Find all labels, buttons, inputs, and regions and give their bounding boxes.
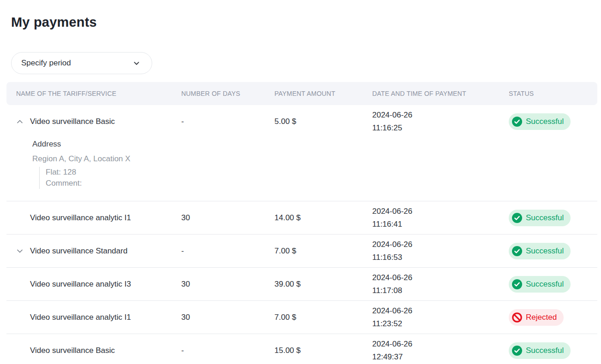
comment-value: Comment: bbox=[46, 178, 597, 189]
my-payments-page: My payments Specify period NAME OF THE T… bbox=[0, 14, 601, 364]
status-badge: Successful bbox=[509, 243, 571, 259]
tariff-name: Video surveillance analytic I1 bbox=[30, 213, 131, 223]
number-of-days: 30 bbox=[181, 213, 274, 223]
payment-date: 2024-06-26 bbox=[372, 238, 509, 251]
status-badge: Successful bbox=[509, 113, 571, 130]
table-row: Video surveillance analytic I1 30 14.00 … bbox=[6, 201, 597, 234]
check-circle-icon bbox=[512, 279, 522, 289]
number-of-days: - bbox=[181, 117, 274, 126]
number-of-days: - bbox=[181, 247, 274, 256]
payment-amount: 5.00 $ bbox=[274, 117, 372, 126]
payment-date: 2024-06-26 bbox=[372, 271, 509, 284]
column-header-name: NAME OF THE TARIFF/SERVICE bbox=[6, 90, 181, 97]
payment-time: 12:49:37 bbox=[372, 351, 509, 364]
check-circle-icon bbox=[512, 117, 522, 127]
payment-amount: 15.00 $ bbox=[274, 346, 372, 355]
row-details: Address Region A, City A, Location X Fla… bbox=[6, 138, 597, 201]
tariff-name: Video surveillance analytic I3 bbox=[30, 280, 131, 289]
tariff-name: Video surveillance Basic bbox=[30, 346, 115, 355]
payment-time: 11:23:52 bbox=[372, 317, 509, 330]
payment-time: 11:17:08 bbox=[372, 284, 509, 297]
payment-time: 11:16:25 bbox=[372, 122, 509, 135]
payment-amount: 7.00 $ bbox=[274, 313, 372, 322]
payment-time: 11:16:41 bbox=[372, 218, 509, 231]
address-sub-details: Flat: 128 Comment: bbox=[39, 167, 597, 189]
chevron-placeholder bbox=[15, 280, 24, 289]
payments-table: NAME OF THE TARIFF/SERVICE NUMBER OF DAY… bbox=[6, 82, 597, 364]
chevron-placeholder bbox=[15, 313, 24, 322]
specify-period-label: Specify period bbox=[21, 59, 131, 68]
chevron-placeholder bbox=[15, 346, 24, 355]
payment-amount: 14.00 $ bbox=[274, 213, 372, 223]
status-badge: Successful bbox=[509, 276, 571, 293]
payment-date: 2024-06-26 bbox=[372, 109, 509, 122]
table-row[interactable]: Video surveillance Basic - 5.00 $ 2024-0… bbox=[6, 105, 597, 201]
table-row: Video surveillance Basic - 15.00 $ 2024-… bbox=[6, 334, 597, 364]
address-label: Address bbox=[32, 140, 597, 149]
column-header-amount: PAYMENT AMOUNT bbox=[274, 90, 372, 97]
tariff-name: Video surveillance Standard bbox=[30, 247, 127, 256]
payment-datetime: 2024-06-26 11:16:53 bbox=[372, 238, 509, 264]
address-value: Region A, City A, Location X bbox=[32, 154, 597, 164]
status-badge: Rejected bbox=[509, 309, 564, 326]
chevron-up-icon[interactable] bbox=[15, 117, 24, 126]
status-label: Successful bbox=[526, 346, 564, 355]
number-of-days: - bbox=[181, 346, 274, 355]
prohibited-icon bbox=[512, 312, 522, 323]
column-header-status: STATUS bbox=[509, 90, 597, 97]
number-of-days: 30 bbox=[181, 313, 274, 322]
status-label: Successful bbox=[526, 213, 564, 223]
payment-amount: 7.00 $ bbox=[274, 247, 372, 256]
payment-datetime: 2024-06-26 11:16:25 bbox=[372, 109, 509, 135]
check-circle-icon bbox=[512, 246, 522, 256]
payment-amount: 39.00 $ bbox=[274, 280, 372, 289]
status-badge: Successful bbox=[509, 210, 571, 226]
status-badge: Successful bbox=[509, 342, 571, 359]
table-row: Video surveillance analytic I1 30 7.00 $… bbox=[6, 300, 597, 334]
tariff-name: Video surveillance analytic I1 bbox=[30, 313, 131, 322]
tariff-name: Video surveillance Basic bbox=[30, 117, 115, 126]
payment-date: 2024-06-26 bbox=[372, 338, 509, 351]
payment-date: 2024-06-26 bbox=[372, 205, 509, 218]
payment-time: 11:16:53 bbox=[372, 251, 509, 264]
payment-datetime: 2024-06-26 11:16:41 bbox=[372, 205, 509, 231]
payment-datetime: 2024-06-26 11:23:52 bbox=[372, 305, 509, 330]
check-circle-icon bbox=[512, 346, 522, 356]
chevron-down-icon[interactable] bbox=[15, 247, 24, 256]
number-of-days: 30 bbox=[181, 280, 274, 289]
status-label: Successful bbox=[526, 247, 564, 256]
status-label: Rejected bbox=[526, 313, 557, 322]
page-title: My payments bbox=[11, 14, 601, 30]
specify-period-dropdown[interactable]: Specify period bbox=[11, 52, 152, 74]
payment-date: 2024-06-26 bbox=[372, 305, 509, 317]
status-label: Successful bbox=[526, 280, 564, 289]
flat-value: Flat: 128 bbox=[46, 167, 597, 178]
chevron-placeholder bbox=[15, 213, 24, 223]
table-row[interactable]: Video surveillance Standard - 7.00 $ 202… bbox=[6, 234, 597, 267]
column-header-days: NUMBER OF DAYS bbox=[181, 90, 274, 97]
column-header-date: DATE AND TIME OF PAYMENT bbox=[372, 90, 509, 97]
status-label: Successful bbox=[526, 117, 564, 126]
table-header-row: NAME OF THE TARIFF/SERVICE NUMBER OF DAY… bbox=[6, 82, 597, 105]
payment-datetime: 2024-06-26 11:17:08 bbox=[372, 271, 509, 297]
chevron-down-icon bbox=[131, 58, 142, 68]
payment-datetime: 2024-06-26 12:49:37 bbox=[372, 338, 509, 364]
check-circle-icon bbox=[512, 213, 522, 223]
table-row: Video surveillance analytic I3 30 39.00 … bbox=[6, 267, 597, 300]
